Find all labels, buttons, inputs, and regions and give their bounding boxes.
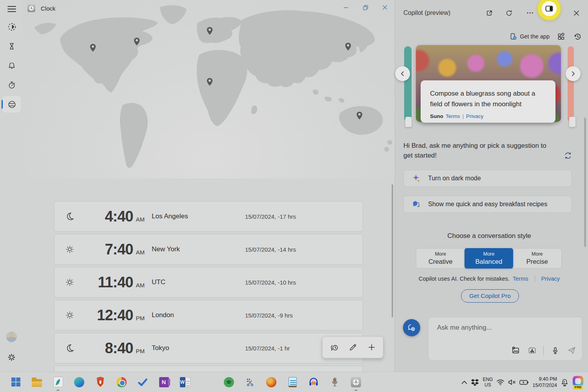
world-clock-row[interactable]: 7:40AM New York 15/07/2024, -14 hrs	[54, 234, 363, 265]
user-avatar[interactable]	[6, 332, 17, 342]
copilot-scrollbar[interactable]	[584, 118, 586, 247]
style-option-top: More	[532, 251, 543, 258]
world-clock-row[interactable]: 11:40AM UTC 15/07/2024, -10 hrs	[54, 267, 363, 298]
clock-taskbar-icon[interactable]	[345, 373, 367, 392]
sidebar-item-focus-sessions[interactable]	[3, 18, 21, 35]
get-the-app-button[interactable]: Get the app	[510, 33, 550, 40]
dropbox-icon[interactable]	[471, 379, 479, 386]
suggestion-breakfast-recipes[interactable]: Show me quick and easy breakfast recipes	[403, 196, 572, 213]
audacity-icon[interactable]	[303, 373, 324, 392]
sun-icon	[54, 245, 85, 254]
privacy-link[interactable]: Privacy	[466, 113, 483, 119]
open-in-window-icon[interactable]	[484, 8, 495, 18]
prompt-card[interactable]: Compose a bluegrass song about a field o…	[421, 80, 555, 123]
moon-icon	[54, 212, 85, 221]
edit-pencil-icon[interactable]	[346, 340, 360, 354]
style-option-creative[interactable]: More Creative	[416, 249, 465, 268]
suggestion-dark-mode[interactable]: Turn on dark mode	[403, 170, 572, 187]
restore-button[interactable]	[356, 0, 375, 15]
clock-app-window: Clock	[0, 0, 395, 372]
tray-expand-chevron-icon[interactable]	[461, 381, 467, 384]
date-offset: 15/07/2024, -1 hr	[245, 345, 290, 352]
chrome-icon[interactable]	[111, 373, 132, 392]
city-name: Tokyo	[145, 344, 245, 352]
microphone-icon[interactable]	[550, 345, 560, 356]
firefox-icon[interactable]	[261, 373, 282, 392]
world-clock-list: 4:40AM Los Angeles 15/07/2024, -17 hrs 7…	[54, 201, 363, 366]
style-option-precise[interactable]: More Precise	[513, 249, 561, 268]
voice-recorder-icon[interactable]	[324, 373, 345, 392]
close-copilot-icon[interactable]	[571, 8, 582, 18]
notepad-icon[interactable]	[282, 373, 303, 392]
get-copilot-pro-button[interactable]: Get Copilot Pro	[461, 289, 519, 303]
menu-hamburger-button[interactable]	[6, 4, 18, 14]
style-option-balanced-selected[interactable]: More Balanced	[465, 248, 513, 269]
time-period: AM	[136, 249, 145, 256]
close-button[interactable]	[375, 0, 395, 15]
word-icon[interactable]: W	[174, 373, 196, 392]
volume-muted-icon[interactable]	[508, 379, 516, 385]
spotify-icon[interactable]	[218, 373, 240, 392]
language-indicator[interactable]: ENG US	[483, 377, 493, 388]
clock-titlebar[interactable]: Clock	[23, 0, 395, 18]
sidebar-item-timer[interactable]	[3, 38, 21, 54]
refresh-suggestions-icon[interactable]	[563, 151, 573, 161]
focus-assist-bell-icon[interactable]: z	[561, 378, 569, 387]
onenote-icon[interactable]: N	[153, 373, 174, 392]
carousel-next-button[interactable]	[566, 66, 581, 81]
clock-scrollbar[interactable]	[392, 184, 393, 318]
terms-link[interactable]: Terms	[446, 113, 460, 119]
battery-charging-icon[interactable]	[519, 380, 529, 385]
card-stack-edge	[569, 117, 575, 127]
snipping-tool-icon[interactable]	[240, 373, 261, 392]
sidebar-item-alarm[interactable]	[3, 57, 21, 74]
copilot-header: Copilot (preview)	[395, 0, 588, 25]
screenshot-snip-icon[interactable]	[527, 345, 537, 356]
start-button[interactable]	[5, 373, 26, 392]
privacy-link[interactable]: Privacy	[541, 276, 560, 282]
time-period: AM	[136, 216, 145, 223]
compare-timezones-icon[interactable]	[327, 340, 341, 354]
previous-card-edge	[404, 46, 412, 122]
more-options-icon[interactable]	[524, 8, 535, 18]
taskbar: N W	[0, 372, 588, 392]
world-clock-row[interactable]: 4:40AM Los Angeles 15/07/2024, -17 hrs	[54, 201, 363, 232]
terms-link[interactable]: Terms	[513, 276, 528, 282]
sidebar-item-world-clock[interactable]	[3, 96, 21, 113]
separator: |	[463, 113, 464, 119]
edge-icon[interactable]	[69, 373, 90, 392]
microsoft-todo-icon[interactable]	[132, 373, 153, 392]
chat-icon	[412, 200, 421, 209]
date-offset: 15/07/2024, -14 hrs	[245, 246, 296, 253]
moon-icon	[54, 343, 85, 353]
world-clock-row[interactable]: 8:40PM Tokyo 15/07/2024, -1 hr	[54, 333, 363, 363]
ask-me-anything-input[interactable]	[436, 323, 566, 332]
tray-time: 9:40 PM	[532, 376, 557, 382]
add-image-icon[interactable]	[510, 345, 521, 356]
send-icon[interactable]	[566, 345, 577, 356]
suggestion-carousel: Compose a bluegrass song about a field o…	[395, 44, 588, 126]
time-period: PM	[136, 315, 145, 321]
add-clock-icon[interactable]	[365, 340, 379, 354]
suggestion-label: Turn on dark mode	[428, 175, 481, 182]
plugins-icon[interactable]	[556, 31, 566, 42]
copilot-greeting: Hi Brad, ask me anything or pick a sugge…	[403, 141, 554, 160]
settings-gear-icon[interactable]	[6, 352, 16, 362]
tray-clock[interactable]: 9:40 PM 15/07/2024	[532, 376, 557, 389]
refresh-icon[interactable]	[503, 8, 514, 18]
sidebar-item-stopwatch[interactable]	[3, 77, 21, 93]
wifi-icon[interactable]	[496, 379, 505, 386]
carousel-prev-button[interactable]	[395, 66, 410, 81]
dock-to-side-icon[interactable]	[545, 4, 554, 13]
world-clock-row[interactable]: 12:40PM London 15/07/2024, -9 hrs	[54, 300, 363, 330]
copilot-appbar: Get the app	[510, 31, 583, 42]
history-icon[interactable]	[572, 31, 583, 42]
new-topic-button[interactable]	[403, 319, 420, 336]
file-explorer-icon[interactable]	[26, 373, 47, 392]
city-name: London	[145, 311, 245, 319]
map-pin-icon	[345, 42, 352, 51]
copilot-preview-tray-icon[interactable]: PRE	[572, 376, 584, 389]
quill-pen-app-icon[interactable]	[47, 373, 69, 392]
brave-icon[interactable]	[90, 373, 111, 392]
minimize-button[interactable]	[336, 0, 356, 15]
